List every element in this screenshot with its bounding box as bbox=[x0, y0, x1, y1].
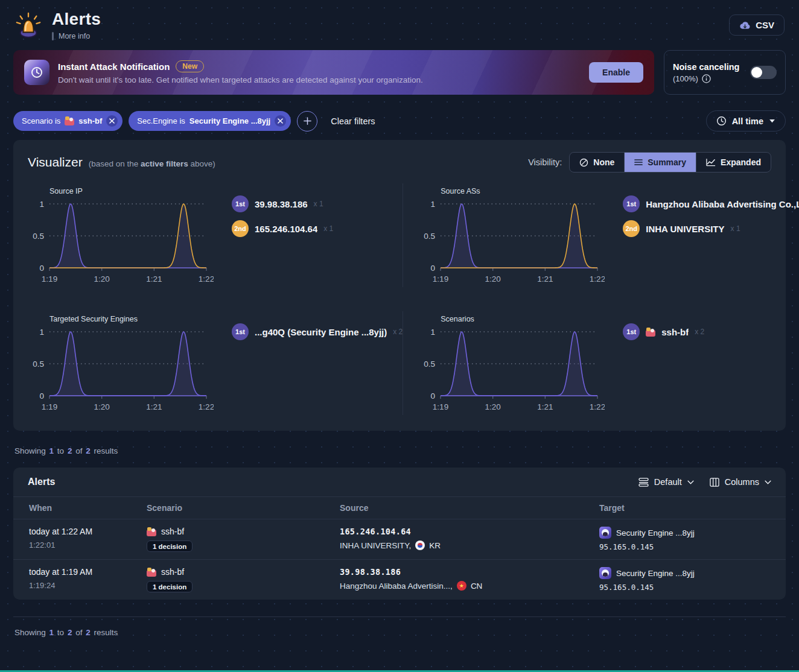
noise-canceling-toggle[interactable] bbox=[750, 66, 777, 79]
svg-text:1:20: 1:20 bbox=[485, 402, 501, 411]
filter-chip-scenario[interactable]: Scenario is ssh-bf bbox=[13, 111, 123, 131]
rank-badge: 1st bbox=[623, 323, 640, 340]
source-org: Hangzhou Alibaba Advertisin..., bbox=[340, 582, 453, 591]
flag-kr-icon bbox=[415, 540, 425, 550]
page-title: Alerts bbox=[52, 10, 101, 29]
legend-entry[interactable]: 1st ssh-bf x 2 bbox=[623, 323, 799, 340]
rank-badge: 1st bbox=[232, 323, 249, 340]
svg-text:0.5: 0.5 bbox=[33, 360, 44, 369]
filter-chip-sec-engine[interactable]: Sec.Engine is Security Engine ...8yjj bbox=[129, 111, 291, 131]
info-icon[interactable] bbox=[702, 74, 711, 83]
svg-text:1:19: 1:19 bbox=[42, 402, 57, 411]
scenario-name: ssh-bf bbox=[161, 527, 184, 536]
legend-entry[interactable]: 1st Hangzhou Alibaba Advertising Co.,Ltd… bbox=[623, 195, 799, 212]
cloud-download-icon bbox=[739, 21, 751, 30]
legend-entry[interactable]: 1st ...g40Q (Security Engine ...8yjj) x … bbox=[232, 323, 403, 340]
area-chart: 10.501:191:201:211:22 bbox=[28, 197, 214, 287]
toggle-knob bbox=[751, 67, 762, 78]
more-info-link[interactable]: More info bbox=[52, 32, 101, 40]
chart-title: Targeted Security Engines bbox=[49, 315, 214, 323]
scenario-emoji-icon bbox=[147, 527, 156, 536]
svg-text:1:19: 1:19 bbox=[433, 402, 448, 411]
results-summary-top: Showing 1 to 2 of 2 results bbox=[14, 446, 785, 455]
legend-entry[interactable]: 1st 39.98.38.186 x 1 bbox=[232, 195, 403, 212]
when-secondary: 1:19:24 bbox=[29, 581, 147, 590]
svg-text:1:19: 1:19 bbox=[433, 274, 448, 284]
rank-badge: 1st bbox=[623, 195, 640, 212]
summary-icon bbox=[634, 159, 643, 166]
svg-text:1: 1 bbox=[39, 328, 44, 337]
scenario-emoji-icon bbox=[646, 328, 655, 337]
divider-bar bbox=[52, 32, 54, 40]
visibility-summary-button[interactable]: Summary bbox=[625, 153, 696, 172]
plus-icon bbox=[303, 116, 312, 125]
visibility-label: Visibility: bbox=[528, 157, 562, 167]
time-range-dropdown[interactable]: All time bbox=[706, 110, 786, 132]
columns-dropdown[interactable]: Columns bbox=[710, 477, 771, 487]
notification-app-icon bbox=[24, 60, 49, 85]
chevron-down-icon bbox=[687, 480, 694, 484]
remove-filter-icon[interactable] bbox=[275, 115, 286, 127]
banner-title: Instant Attack Notification bbox=[58, 62, 170, 72]
scenario-emoji-icon bbox=[65, 116, 74, 125]
rank-badge: 2nd bbox=[232, 220, 249, 237]
svg-text:1:22: 1:22 bbox=[590, 402, 605, 411]
enable-button[interactable]: Enable bbox=[589, 62, 643, 83]
when-secondary: 1:22:01 bbox=[29, 540, 147, 550]
visualizer-subtitle: (based on the active filters above) bbox=[89, 159, 215, 168]
svg-text:1:22: 1:22 bbox=[590, 274, 605, 284]
clock-icon bbox=[716, 116, 727, 126]
density-dropdown[interactable]: Default bbox=[638, 477, 694, 487]
decision-badge: 1 decision bbox=[147, 581, 193, 592]
when-primary: today at 1:19 AM bbox=[29, 567, 147, 577]
svg-text:1: 1 bbox=[431, 328, 436, 337]
security-engine-icon bbox=[599, 527, 611, 539]
svg-text:1:22: 1:22 bbox=[199, 402, 214, 411]
table-row[interactable]: today at 1:19 AM 1:19:24 ssh-bf 1 decisi… bbox=[13, 560, 786, 600]
visualizer-title: Visualizer bbox=[28, 155, 83, 170]
source-org: INHA UNIVERSITY, bbox=[340, 541, 411, 550]
chart-targeted-engines: Targeted Security Engines 10.501:191:201… bbox=[28, 311, 403, 415]
when-primary: today at 1:22 AM bbox=[29, 527, 147, 536]
svg-text:1:21: 1:21 bbox=[537, 274, 553, 284]
chart-title: Source IP bbox=[49, 187, 214, 195]
clear-filters-button[interactable]: Clear filters bbox=[331, 116, 375, 126]
instant-attack-banner: Instant Attack Notification New Don't wa… bbox=[13, 50, 654, 95]
svg-text:0: 0 bbox=[39, 264, 44, 273]
chart-title: Scenarios bbox=[441, 315, 605, 323]
visibility-expanded-button[interactable]: Expanded bbox=[696, 153, 771, 172]
columns-icon bbox=[710, 478, 719, 487]
svg-text:1:20: 1:20 bbox=[94, 274, 110, 284]
svg-text:0: 0 bbox=[39, 391, 44, 401]
chart-source-ass: Source ASs 10.501:191:201:211:22 1st Han… bbox=[403, 183, 799, 287]
table-row[interactable]: today at 1:22 AM 1:22:01 ssh-bf 1 decisi… bbox=[13, 519, 786, 560]
column-header-target: Target bbox=[599, 503, 770, 513]
chart-title: Source ASs bbox=[441, 187, 605, 195]
decision-badge: 1 decision bbox=[147, 540, 193, 552]
svg-text:0.5: 0.5 bbox=[33, 232, 44, 241]
scenario-emoji-icon bbox=[147, 568, 156, 577]
flag-cn-icon: ★ bbox=[457, 581, 466, 591]
new-badge: New bbox=[176, 60, 204, 72]
svg-text:0.5: 0.5 bbox=[424, 360, 435, 369]
target-name: Security Engine ...8yjj bbox=[616, 528, 695, 537]
noise-canceling-title: Noise canceling bbox=[673, 62, 739, 72]
source-ip: 39.98.38.186 bbox=[340, 567, 401, 577]
svg-text:1:20: 1:20 bbox=[94, 402, 110, 411]
legend-entry[interactable]: 2nd 165.246.104.64 x 1 bbox=[232, 220, 403, 237]
svg-text:0: 0 bbox=[431, 264, 436, 273]
remove-filter-icon[interactable] bbox=[106, 115, 118, 127]
rank-badge: 2nd bbox=[623, 220, 640, 237]
visibility-none-button[interactable]: None bbox=[570, 153, 625, 172]
csv-export-button[interactable]: CSV bbox=[729, 14, 785, 36]
legend-entry[interactable]: 2nd INHA UNIVERSITY x 1 bbox=[623, 220, 799, 237]
svg-text:1:19: 1:19 bbox=[42, 274, 57, 284]
svg-text:1:21: 1:21 bbox=[537, 402, 553, 411]
banner-description: Don't wait until it's too late. Get noti… bbox=[58, 75, 423, 84]
rank-badge: 1st bbox=[232, 195, 249, 212]
svg-text:1:22: 1:22 bbox=[199, 274, 214, 284]
page-header: Alerts More info CSV bbox=[13, 0, 786, 44]
none-icon bbox=[579, 158, 588, 167]
visibility-segmented-control: None Summary bbox=[569, 152, 771, 173]
add-filter-button[interactable] bbox=[297, 111, 317, 132]
